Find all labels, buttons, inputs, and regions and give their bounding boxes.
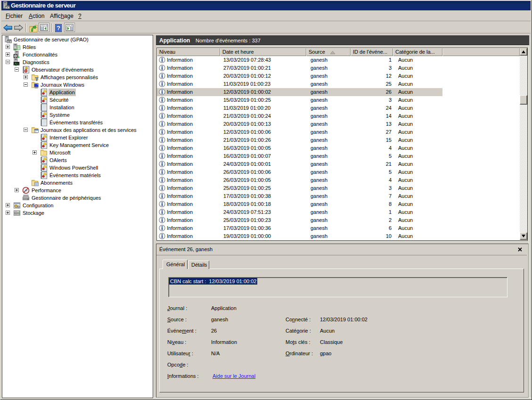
svg-text:?: ?: [57, 24, 60, 32]
